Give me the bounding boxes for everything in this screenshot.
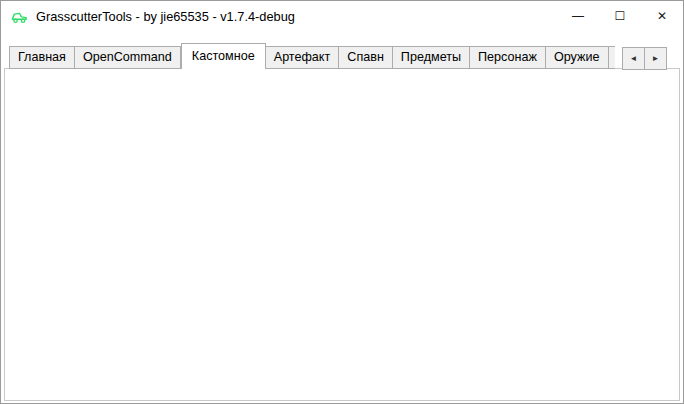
- tab-item-1[interactable]: OpenCommand: [75, 46, 181, 69]
- tab-item-4[interactable]: Спавн: [339, 46, 393, 69]
- tab-item-7[interactable]: Оружие: [546, 46, 609, 69]
- tab-strip: ГлавнаяOpenCommandКастомноеАртефактСпавн…: [9, 42, 615, 69]
- tab-scroll-left-icon[interactable]: ◄: [622, 47, 645, 70]
- window-title: GrasscutterTools - by jie65535 - v1.7.4-…: [36, 9, 295, 24]
- app-icon: [10, 7, 29, 26]
- tab-item-5[interactable]: Предметы: [393, 46, 470, 69]
- minimize-icon[interactable]: —: [557, 1, 599, 31]
- tab-item-3[interactable]: Артефакт: [266, 46, 340, 69]
- tab-scroll-buttons: ◄ ►: [622, 47, 667, 70]
- tab-page-kastomnoe: [4, 68, 680, 401]
- close-icon[interactable]: ✕: [641, 1, 683, 31]
- app-window: GrasscutterTools - by jie65535 - v1.7.4-…: [0, 0, 684, 404]
- title-bar: GrasscutterTools - by jie65535 - v1.7.4-…: [1, 1, 683, 32]
- tab-item-6[interactable]: Персонаж: [470, 46, 546, 69]
- window-controls: — ☐ ✕: [557, 1, 683, 31]
- tab-item-2[interactable]: Кастомное: [181, 43, 266, 69]
- tab-scroll-right-icon[interactable]: ►: [645, 47, 667, 70]
- tab-item-0[interactable]: Главная: [9, 46, 75, 69]
- tab-item-8[interactable]: Аккаун: [609, 46, 615, 69]
- maximize-icon[interactable]: ☐: [599, 1, 641, 31]
